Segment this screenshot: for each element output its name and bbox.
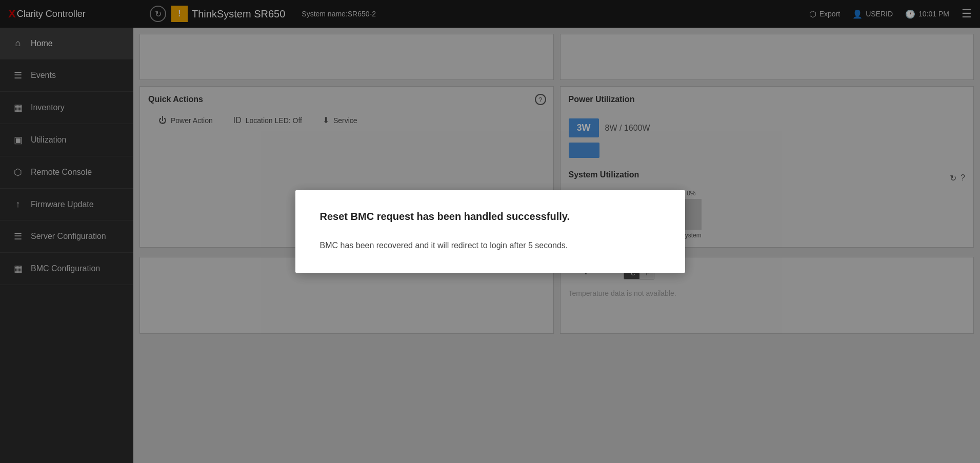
modal-body: BMC has been recovered and it will redir… <box>320 239 661 252</box>
modal-overlay: Reset BMC request has been handled succe… <box>0 0 980 463</box>
modal-title: Reset BMC request has been handled succe… <box>320 211 661 223</box>
modal-box: Reset BMC request has been handled succe… <box>295 190 685 273</box>
